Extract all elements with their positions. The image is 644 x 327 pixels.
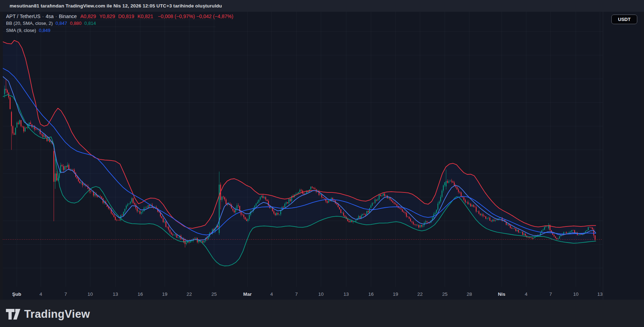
ohlc-item: A0,829 [80,13,96,19]
time-tick-day: 4 [270,291,273,297]
time-tick-month: Mar [243,291,252,297]
time-tick-day: 22 [417,291,422,297]
tradingview-logo[interactable]: TradingView [6,308,90,321]
time-tick-day: 25 [442,291,447,297]
right-frame-strip [640,12,644,300]
tradingview-screenshot: mesutinan81 tarafından TradingView.com i… [0,0,644,327]
time-tick-day: 10 [573,291,578,297]
bb-value: 0,847 [56,21,67,26]
time-tick-day: 19 [393,291,398,297]
change-value: −0,008 (−0,97%) [158,13,195,19]
legend-sma-row[interactable]: SMA (9, close) 0,849 [3,27,216,34]
time-tick-day: 22 [186,291,192,297]
time-tick-day: 28 [466,291,472,297]
currency-toggle-button[interactable]: USDT [611,15,637,24]
change-total-value: −0,042 (−4,87%) [196,13,233,19]
time-tick-day: 10 [318,291,323,297]
exchange-label: Binance [59,13,77,19]
footer-bar [0,300,644,327]
ohlc-item: D0,819 [118,13,134,19]
ohlc-values: A0,829Y0,829D0,819K0,821 [80,13,156,19]
bb-value: 0,814 [84,21,96,26]
symbol-name[interactable]: APT / TetherUS [6,13,40,19]
tradingview-logo-icon [6,309,21,320]
time-tick-month: Şub [12,291,21,297]
time-tick-day: 7 [549,291,552,297]
legend-symbol-row[interactable]: APT / TetherUS · 4sa · Binance A0,829Y0,… [3,13,216,20]
ohlc-item: K0,821 [137,13,153,19]
time-tick-day: 7 [64,291,67,297]
chart-legend: APT / TetherUS · 4sa · Binance A0,829Y0,… [3,13,216,34]
tradingview-logo-text: TradingView [24,308,90,321]
time-tick-month: Nis [498,291,505,297]
time-tick-day: 13 [597,291,602,297]
time-tick-day: 4 [39,291,42,297]
left-frame-strip [0,12,3,300]
time-tick-day: 16 [368,291,373,297]
time-tick-day: 25 [211,291,217,297]
sma-indicator-label[interactable]: SMA (9, close) [6,28,36,33]
time-tick-day: 7 [295,291,298,297]
time-tick-day: 16 [137,291,143,297]
time-tick-day: 13 [343,291,349,297]
plot-area[interactable] [3,12,603,287]
legend-separator: · [55,13,57,19]
ohlc-item: Y0,829 [99,13,115,19]
sma-indicator-value: 0,849 [39,28,51,33]
legend-separator: · [42,13,44,19]
price-scale[interactable]: 1,7001,6001,5001,4001,3001,2001,1001,000… [603,12,641,300]
bb-indicator-label[interactable]: BB (20, SMA, close, 2) [6,21,53,26]
time-tick-day: 13 [113,291,118,297]
time-tick-day: 10 [87,291,93,297]
bb-indicator-values: 0,8470,8800,814 [53,21,96,26]
legend-bb-row[interactable]: BB (20, SMA, close, 2) 0,8470,8800,814 [3,20,216,27]
time-tick-day: 4 [525,291,528,297]
bb-value: 0,880 [70,21,82,26]
interval-label[interactable]: 4sa [45,13,54,19]
price-chart[interactable] [0,0,644,327]
time-tick-day: 19 [162,291,167,297]
